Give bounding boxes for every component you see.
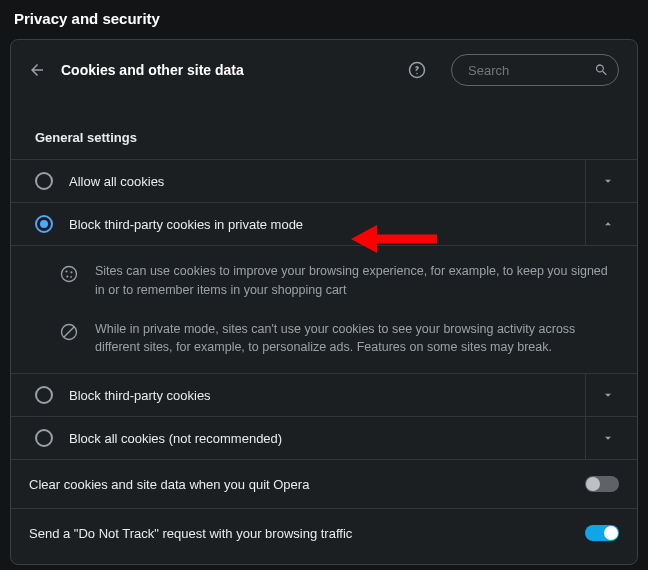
radio-label: Block all cookies (not recommended) [69,431,569,446]
toggle-label: Clear cookies and site data when you qui… [29,477,573,492]
option-block-third-party[interactable]: Block third-party cookies [11,373,637,416]
do-not-track-toggle[interactable] [585,525,619,541]
radio-icon [35,215,53,233]
detail-text: While in private mode, sites can't use y… [95,320,613,358]
radio-icon [35,386,53,404]
svg-point-1 [65,270,67,272]
radio-icon [35,429,53,447]
clear-on-quit-toggle[interactable] [585,476,619,492]
help-button[interactable] [405,58,429,82]
toggle-label: Send a "Do Not Track" request with your … [29,526,573,541]
collapse-button[interactable] [585,203,629,245]
radio-label: Block third-party cookies in private mod… [69,217,569,232]
search-field[interactable] [451,54,619,86]
panel-header: Cookies and other site data [11,40,637,100]
option-allow-all-cookies[interactable]: Allow all cookies [11,159,637,202]
cookie-icon [59,264,79,284]
settings-panel: Cookies and other site data General sett… [10,39,638,565]
option-details: Sites can use cookies to improve your br… [11,245,637,373]
svg-point-2 [70,271,72,273]
detail-text: Sites can use cookies to improve your br… [95,262,613,300]
detail-line: While in private mode, sites can't use y… [59,310,613,368]
option-block-all-cookies[interactable]: Block all cookies (not recommended) [11,416,637,459]
svg-point-0 [62,267,77,282]
do-not-track-row: Send a "Do Not Track" request with your … [11,508,637,557]
radio-icon [35,172,53,190]
svg-line-6 [64,327,74,337]
chevron-down-icon [601,174,615,188]
svg-point-3 [66,275,68,277]
expand-button[interactable] [585,160,629,202]
chevron-down-icon [601,388,615,402]
general-settings-heading: General settings [11,100,637,159]
expand-button[interactable] [585,417,629,459]
radio-label: Allow all cookies [69,174,569,189]
svg-point-4 [70,276,72,278]
block-icon [59,322,79,342]
help-icon [408,61,426,79]
detail-line: Sites can use cookies to improve your br… [59,252,613,310]
radio-label: Block third-party cookies [69,388,569,403]
arrow-left-icon [28,61,46,79]
chevron-up-icon [601,217,615,231]
page-title: Privacy and security [0,0,648,39]
option-block-third-party-private[interactable]: Block third-party cookies in private mod… [11,202,637,245]
expand-button[interactable] [585,374,629,416]
chevron-down-icon [601,431,615,445]
panel-title: Cookies and other site data [61,62,393,78]
back-button[interactable] [25,58,49,82]
search-input[interactable] [451,54,619,86]
clear-on-quit-row: Clear cookies and site data when you qui… [11,459,637,508]
